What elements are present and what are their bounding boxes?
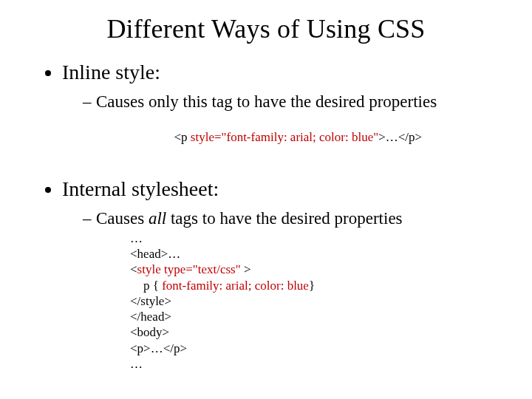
code-highlight: style="font-family: arial; color: blue" [191, 130, 378, 144]
sub-text-em: all [149, 209, 166, 228]
code-line: … [130, 231, 495, 246]
sub-text: Causes only this tag to have the desired… [96, 92, 437, 111]
code-line: <body> [130, 324, 495, 340]
bullet-label: Internal stylesheet: [62, 177, 219, 200]
bullet-inline-style: Inline style: Causes only this tag to ha… [62, 61, 495, 161]
code-line: <p>…</p> [130, 341, 495, 356]
code-frag-highlight: font-family: arial; color: blue [162, 279, 309, 293]
bullet-internal-stylesheet: Internal stylesheet: Causes all tags to … [62, 177, 495, 372]
code-frag: > [244, 262, 251, 276]
sub-list: Causes only this tag to have the desired… [62, 92, 495, 161]
slide: Different Ways of Using CSS Inline style… [0, 0, 532, 391]
code-frag: p { [143, 279, 162, 293]
bullet-label: Inline style: [62, 61, 160, 83]
sub-item: Causes all tags to have the desired prop… [83, 208, 495, 372]
code-line: </style> [130, 293, 495, 309]
slide-title: Different Ways of Using CSS [37, 13, 495, 44]
code-pre: <p [174, 130, 191, 144]
code-frag-highlight: style type="text/css" [137, 262, 244, 276]
code-frag: } [309, 279, 315, 293]
sub-text-a: Causes [96, 209, 149, 228]
sub-text-b: tags to have the desired properties [166, 209, 402, 228]
sub-list: Causes all tags to have the desired prop… [62, 208, 495, 372]
code-example-inline: <p style="font-family: arial; color: blu… [96, 114, 495, 161]
code-line: … [130, 356, 495, 372]
code-frag: < [130, 262, 137, 276]
spacer [62, 166, 495, 177]
code-line: p { font-family: arial; color: blue} [130, 278, 495, 293]
sub-item: Causes only this tag to have the desired… [83, 92, 495, 161]
code-line: </head> [130, 309, 495, 324]
code-line: <head>… [130, 246, 495, 262]
code-line: <style type="text/css" > [130, 262, 495, 277]
code-example-internal: … <head>… <style type="text/css" > p { f… [96, 231, 495, 372]
bullet-list: Inline style: Causes only this tag to ha… [37, 61, 495, 372]
code-post: >…</p> [378, 130, 422, 144]
